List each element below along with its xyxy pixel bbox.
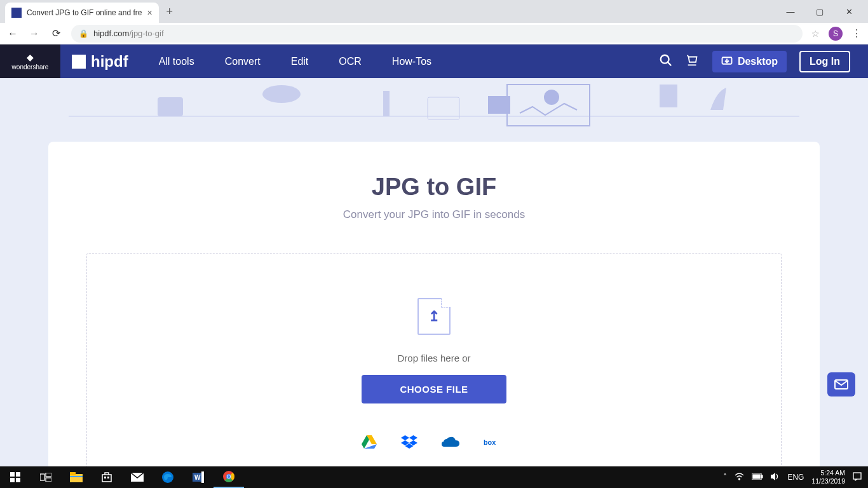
mail-app-icon[interactable] [122, 466, 153, 488]
svg-rect-34 [70, 476, 83, 477]
svg-marker-52 [771, 473, 775, 480]
windows-taskbar: W ˄ ENG 5:24 AM 11/23/2019 [0, 466, 868, 488]
svg-rect-51 [753, 475, 760, 478]
desktop-button[interactable]: Desktop [712, 51, 787, 72]
close-window-button[interactable]: ✕ [840, 3, 858, 20]
main-nav: All tools Convert Edit OCR How-Tos [159, 56, 431, 67]
maximize-button[interactable]: ▢ [811, 3, 829, 20]
file-explorer-icon[interactable] [61, 466, 92, 488]
login-button[interactable]: Log In [799, 51, 850, 72]
hipdf-logo[interactable]: hipdf [72, 53, 128, 71]
svg-line-3 [688, 55, 689, 57]
desktop-label: Desktop [738, 56, 778, 67]
url-text: hipdf.com/jpg-to-gif [93, 29, 164, 38]
svg-rect-7 [158, 97, 183, 116]
svg-text:W: W [194, 474, 201, 481]
page-subtitle: Convert your JPG into GIF in seconds [86, 208, 782, 221]
svg-rect-41 [201, 471, 204, 483]
language-indicator[interactable]: ENG [787, 473, 804, 482]
nav-howtos[interactable]: How-Tos [392, 56, 431, 67]
tray-chevron-icon[interactable]: ˄ [723, 473, 727, 482]
choose-file-button[interactable]: CHOOSE FILE [362, 375, 506, 403]
chrome-browser-icon[interactable] [214, 466, 244, 488]
tab-title: Convert JPG to GIF online and fre [27, 8, 142, 17]
notifications-icon[interactable] [853, 472, 862, 483]
address-bar[interactable]: 🔒 hipdf.com/jpg-to-gif [71, 25, 803, 43]
forward-button[interactable]: → [28, 28, 41, 39]
drop-hint-text: Drop files here or [397, 353, 470, 363]
volume-icon[interactable] [771, 472, 780, 483]
onedrive-icon[interactable] [442, 437, 459, 451]
svg-rect-13 [488, 96, 510, 114]
box-icon[interactable]: box [484, 437, 506, 451]
svg-rect-26 [16, 472, 20, 477]
microsoft-store-icon[interactable] [92, 466, 122, 488]
dropbox-icon[interactable] [401, 435, 417, 452]
nav-ocr[interactable]: OCR [339, 56, 362, 67]
clock-time: 5:24 AM [820, 469, 845, 477]
svg-point-8 [262, 85, 301, 103]
battery-icon[interactable] [752, 473, 763, 482]
task-view-button[interactable] [31, 466, 61, 488]
search-icon[interactable] [659, 53, 673, 70]
svg-rect-31 [46, 478, 51, 482]
browser-menu-button[interactable]: ⋮ [851, 27, 862, 39]
download-icon [721, 56, 733, 67]
svg-point-12 [544, 90, 559, 105]
close-tab-icon[interactable]: × [147, 8, 152, 18]
back-button[interactable]: ← [6, 28, 19, 39]
svg-rect-27 [10, 478, 15, 482]
svg-point-47 [227, 475, 230, 478]
page-content: ◆ wondershare hipdf All tools Convert Ed… [0, 44, 868, 466]
svg-rect-25 [10, 472, 15, 477]
browser-toolbar: ← → ⟳ 🔒 hipdf.com/jpg-to-gif ☆ S ⋮ [0, 23, 868, 44]
mail-icon [834, 379, 848, 390]
svg-rect-53 [853, 473, 861, 479]
svg-rect-50 [761, 475, 763, 478]
svg-marker-18 [401, 435, 409, 440]
header-actions: Desktop Log In [659, 51, 868, 72]
hipdf-label: hipdf [91, 53, 128, 71]
svg-point-48 [739, 478, 740, 480]
new-tab-button[interactable]: + [166, 5, 173, 18]
cart-icon[interactable] [686, 53, 700, 70]
start-button[interactable] [0, 466, 31, 488]
nav-all-tools[interactable]: All tools [159, 56, 194, 67]
cloud-providers: box [362, 435, 506, 452]
decorative-illustrations [0, 78, 868, 142]
wondershare-logo[interactable]: ◆ wondershare [0, 44, 60, 78]
site-header: ◆ wondershare hipdf All tools Convert Ed… [0, 44, 868, 78]
wondershare-icon: ◆ [27, 52, 34, 62]
svg-text:box: box [484, 438, 496, 446]
edge-browser-icon[interactable] [153, 466, 183, 488]
bookmark-star-icon[interactable]: ☆ [811, 29, 820, 39]
wondershare-label: wondershare [12, 64, 49, 71]
svg-rect-9 [383, 91, 390, 116]
clock-date: 11/23/2019 [811, 477, 845, 485]
browser-tab[interactable]: Convert JPG to GIF online and fre × [5, 3, 159, 23]
login-label: Log In [810, 56, 840, 67]
svg-rect-33 [70, 472, 76, 475]
svg-rect-36 [107, 477, 109, 478]
svg-point-0 [661, 55, 669, 63]
word-app-icon[interactable]: W [183, 466, 214, 488]
svg-line-1 [668, 62, 672, 65]
svg-rect-35 [104, 477, 106, 478]
minimize-button[interactable]: — [782, 3, 799, 20]
clock[interactable]: 5:24 AM 11/23/2019 [811, 469, 845, 485]
nav-edit[interactable]: Edit [291, 56, 309, 67]
nav-convert[interactable]: Convert [225, 56, 261, 67]
file-dropzone[interactable]: ↥ Drop files here or CHOOSE FILE box [86, 253, 782, 466]
svg-rect-14 [660, 85, 677, 107]
google-drive-icon[interactable] [362, 435, 377, 452]
profile-avatar[interactable]: S [829, 27, 843, 41]
lock-icon: 🔒 [79, 29, 88, 38]
wifi-icon[interactable] [735, 473, 744, 482]
svg-rect-30 [46, 473, 51, 477]
upload-file-icon: ↥ [417, 298, 451, 335]
tab-favicon [11, 8, 22, 18]
feedback-button[interactable] [827, 372, 855, 396]
hipdf-icon [72, 55, 86, 69]
reload-button[interactable]: ⟳ [50, 27, 62, 39]
browser-tab-strip: Convert JPG to GIF online and fre × + — … [0, 0, 868, 23]
